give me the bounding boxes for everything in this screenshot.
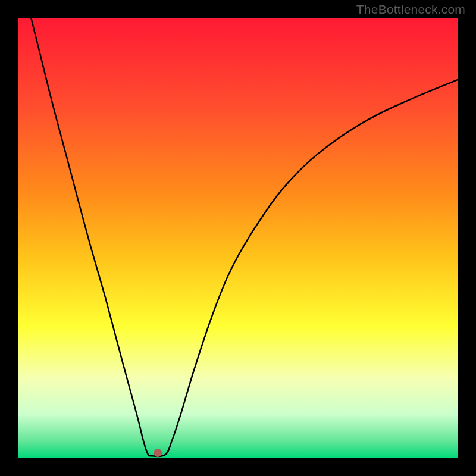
- chart-frame: TheBottleneck.com: [0, 0, 476, 476]
- marker-dot: [154, 449, 162, 457]
- plot-area: [18, 18, 458, 458]
- gradient-background: [18, 18, 458, 458]
- chart-svg: [18, 18, 458, 458]
- watermark-text: TheBottleneck.com: [356, 2, 465, 17]
